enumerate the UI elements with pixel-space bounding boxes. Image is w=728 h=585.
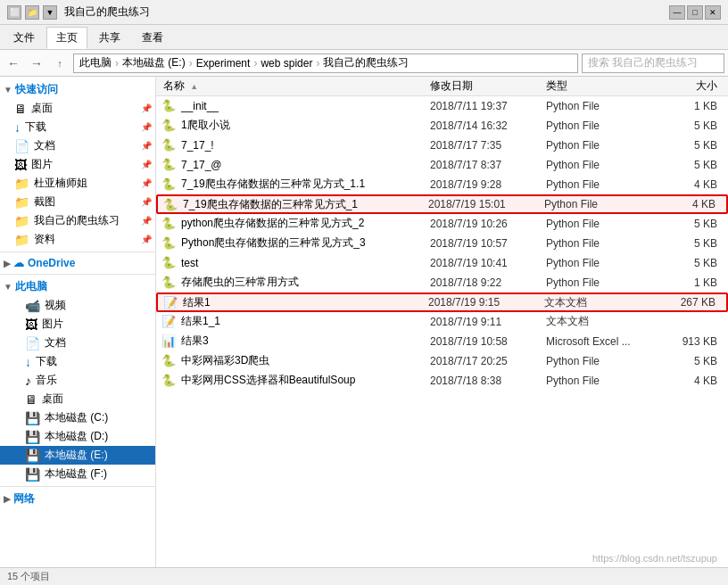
table-row[interactable]: 🐍 中彩网用CSS选择器和BeautifulSoup 2018/7/18 8:3… [156,371,728,391]
file-icon-cell: 🐍 [160,274,178,292]
file-type-cell: Python File [546,355,662,367]
table-row[interactable]: 🐍 Python爬虫存储数据的三种常见方式_3 2018/7/19 10:57 … [156,234,728,253]
table-row[interactable]: 🐍 python爬虫存储数据的三种常见方式_2 2018/7/19 10:26 … [156,214,728,234]
quick-access-icon2: 📁 [25,5,39,20]
sidebar-item-video-label: 视频 [45,298,66,313]
file-date-cell: 2018/7/19 10:58 [430,335,546,348]
table-row[interactable]: 🐍 7_19爬虫存储数据的三种常见方式_1.1 2018/7/19 9:28 P… [156,175,728,194]
file-name-cell: __init__ [181,100,430,112]
window-controls[interactable]: — □ ✕ [669,5,721,20]
f-drive-icon: 💾 [25,467,40,482]
sidebar-item-downloads-label: 下载 [25,119,46,135]
table-row[interactable]: 📝 结果1 2018/7/19 9:15 文本文档 267 KB [156,292,728,312]
file-size-cell: 5 KB [662,355,724,367]
tab-view[interactable]: 查看 [132,27,173,49]
sidebar-item-desk[interactable]: 🖥 桌面 [0,390,155,408]
file-size-cell: 1 KB [662,100,724,112]
window-title: 我自己的爬虫练习 [64,4,669,20]
file-type-cell: Python File [546,178,662,191]
tab-home[interactable]: 主页 [46,27,87,49]
file-icon-cell: 🐍 [160,352,178,370]
forward-button[interactable]: → [27,54,46,73]
file-date-cell: 2018/7/19 9:15 [428,296,544,309]
tab-file[interactable]: 文件 [4,27,45,49]
downloads-icon: ↓ [14,120,21,135]
sidebar-item-downloads[interactable]: ↓ 下载 📌 [0,118,155,136]
sidebar-item-dl[interactable]: ↓ 下载 [0,352,155,371]
minimize-button[interactable]: — [669,5,685,20]
table-row[interactable]: 🐍 test 2018/7/19 10:41 Python File 5 KB [156,253,728,273]
sidebar-item-video[interactable]: 📹 视频 [0,296,155,315]
sidebar-item-music[interactable]: ♪ 音乐 [0,371,155,390]
python-file-icon: 🐍 [161,374,176,387]
sidebar-item-e[interactable]: 💾 本地磁盘 (E:) [0,446,155,465]
col-type-header[interactable]: 类型 [546,78,662,94]
file-date-cell: 2018/7/11 19:37 [430,100,546,112]
file-date-cell: 2018/7/19 9:28 [430,178,546,191]
sidebar-item-dunya[interactable]: 📁 杜亚楠师姐 📌 [0,174,155,193]
excel-file-icon: 📊 [161,334,176,348]
network-header[interactable]: ▶ 网络 [0,490,155,508]
sidebar-item-spider[interactable]: 📁 我自己的爬虫练习 📌 [0,211,155,230]
table-row[interactable]: 🐍 中彩网福彩3D爬虫 2018/7/17 20:25 Python File … [156,351,728,371]
file-name-cell: 结果1_1 [181,314,430,329]
back-button[interactable]: ← [4,54,23,73]
file-type-cell: Python File [546,237,662,250]
table-row[interactable]: 📝 结果1_1 2018/7/19 9:11 文本文档 [156,312,728,332]
file-date-cell: 2018/7/14 16:32 [430,119,546,132]
sidebar-item-d[interactable]: 💾 本地磁盘 (D:) [0,427,155,446]
table-row[interactable]: 📊 结果3 2018/7/19 10:58 Microsoft Excel ..… [156,332,728,351]
up-button[interactable]: ↑ [50,54,70,73]
file-size-cell: 5 KB [662,159,724,171]
file-icon-cell: 🐍 [160,97,178,115]
table-row[interactable]: 🐍 __init__ 2018/7/11 19:37 Python File 1… [156,96,728,116]
col-date-header[interactable]: 修改日期 [430,78,546,94]
table-row[interactable]: 🐍 1爬取小说 2018/7/14 16:32 Python File 5 KB [156,116,728,136]
file-date-cell: 2018/7/17 8:37 [430,159,546,171]
sidebar-item-desktop[interactable]: 🖥 桌面 📌 [0,99,155,118]
file-name-cell: 7_19爬虫存储数据的三种常见方式_1 [183,197,428,212]
sidebar-item-screenshot[interactable]: 📁 截图 📌 [0,193,155,211]
file-icon-cell: 📝 [161,293,179,311]
search-box[interactable]: 搜索 我自己的爬虫练习 [582,54,724,73]
maximize-button[interactable]: □ [687,5,703,20]
sidebar-item-docs[interactable]: 📄 文档 📌 [0,136,155,155]
sidebar-item-docs2[interactable]: 📄 文档 [0,334,155,352]
col-name-header[interactable]: 名称 ▲ [160,78,430,94]
sidebar-item-pics[interactable]: 🖼 图片 [0,315,155,334]
thispc-header[interactable]: ▼ 此电脑 [0,277,155,296]
sidebar-item-pictures[interactable]: 🖼 图片 📌 [0,155,155,174]
sidebar-item-f[interactable]: 💾 本地磁盘 (F:) [0,465,155,483]
material-icon: 📁 [14,233,29,247]
close-button[interactable]: ✕ [705,5,721,20]
table-row[interactable]: 🐍 存储爬虫的三种常用方式 2018/7/18 9:22 Python File… [156,273,728,292]
text-file-icon: 📝 [161,315,176,328]
python-file-icon: 🐍 [161,119,176,132]
address-path[interactable]: 此电脑 › 本地磁盘 (E:) › Experiment › web spide… [73,54,578,73]
status-bar: 15 个项目 [0,567,728,585]
file-name-cell: 结果3 [181,334,430,349]
file-date-cell: 2018/7/19 9:11 [430,316,546,328]
e-drive-icon: 💾 [25,449,40,463]
file-icon-cell: 🐍 [160,235,178,252]
tab-share[interactable]: 共享 [89,27,130,49]
col-size-header[interactable]: 大小 [662,78,724,94]
file-name-cell: 中彩网用CSS选择器和BeautifulSoup [181,373,430,388]
table-row[interactable]: 🐍 7_17_@ 2018/7/17 8:37 Python File 5 KB [156,155,728,175]
path-spider: web spider [261,57,312,70]
file-name-cell: 7_19爬虫存储数据的三种常见方式_1.1 [181,177,430,192]
desk-icon: 🖥 [25,392,37,407]
file-icon-cell: 🐍 [160,176,178,194]
dl-icon: ↓ [25,355,31,369]
python-file-icon: 🐍 [161,99,176,112]
sidebar-item-material[interactable]: 📁 资料 📌 [0,230,155,249]
sidebar-item-c[interactable]: 💾 本地磁盘 (C:) [0,408,155,427]
file-type-cell: Python File [546,375,662,387]
pin-icon4: 📌 [141,160,152,169]
quick-access-header[interactable]: ▼ 快速访问 [0,80,155,99]
onedrive-header[interactable]: ▶ ☁ OneDrive [0,255,155,271]
sidebar-item-docs2-label: 文档 [45,335,66,350]
table-row[interactable]: 🐍 7_17_! 2018/7/17 7:35 Python File 5 KB [156,136,728,155]
item-count: 15 个项目 [7,570,50,583]
table-row[interactable]: 🐍 7_19爬虫存储数据的三种常见方式_1 2018/7/19 15:01 Py… [156,194,728,214]
